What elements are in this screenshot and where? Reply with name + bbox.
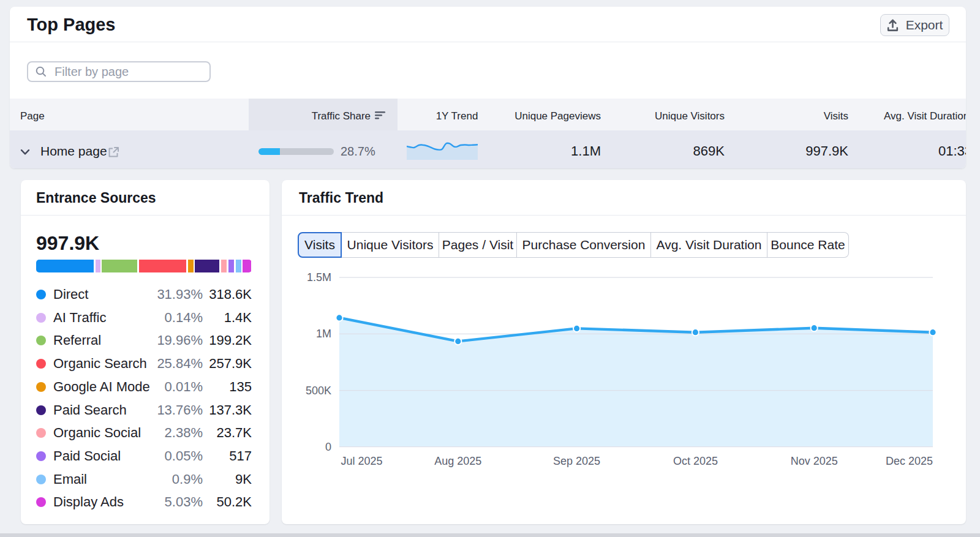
- svg-text:0: 0: [325, 441, 331, 453]
- svg-text:Dec 2025: Dec 2025: [886, 455, 933, 467]
- svg-text:Nov 2025: Nov 2025: [791, 455, 838, 467]
- svg-text:Jul 2025: Jul 2025: [341, 455, 383, 467]
- svg-text:1M: 1M: [316, 328, 331, 340]
- svg-text:Aug 2025: Aug 2025: [434, 455, 481, 467]
- svg-text:Sep 2025: Sep 2025: [553, 455, 600, 467]
- svg-text:500K: 500K: [306, 385, 331, 397]
- svg-text:1.5M: 1.5M: [307, 271, 331, 284]
- svg-text:Oct 2025: Oct 2025: [673, 455, 718, 467]
